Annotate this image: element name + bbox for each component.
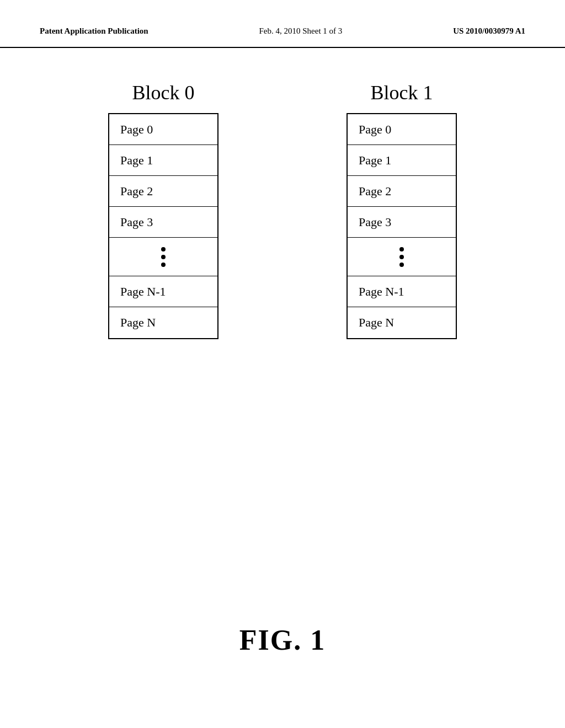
block-0-page-3: Page 3	[109, 207, 217, 238]
block-1-container: Block 1 Page 0 Page 1 Page 2 Page 3 Page…	[347, 81, 457, 339]
block-1-dots	[348, 238, 456, 276]
header-date-sheet: Feb. 4, 2010 Sheet 1 of 3	[259, 26, 343, 36]
page: Patent Application Publication Feb. 4, 2…	[0, 0, 565, 728]
dot-1	[161, 247, 166, 251]
dot-3	[161, 263, 166, 267]
dot-4	[399, 247, 404, 251]
block-1-page-n-minus-1: Page N-1	[348, 276, 456, 307]
main-content: Block 0 Page 0 Page 1 Page 2 Page 3 Page…	[0, 48, 565, 361]
block-1-table: Page 0 Page 1 Page 2 Page 3 Page N-1 Pag…	[347, 113, 457, 339]
block-1-page-3: Page 3	[348, 207, 456, 238]
block-0-page-2: Page 2	[109, 176, 217, 207]
dot-5	[399, 255, 404, 259]
block-0-table: Page 0 Page 1 Page 2 Page 3 Page N-1 Pag…	[108, 113, 218, 339]
block-0-title: Block 0	[132, 81, 195, 104]
block-1-page-2: Page 2	[348, 176, 456, 207]
block-0-dots	[109, 238, 217, 276]
dot-6	[399, 263, 404, 267]
block-1-page-1: Page 1	[348, 145, 456, 176]
block-0-page-n-minus-1: Page N-1	[109, 276, 217, 307]
block-0-page-1: Page 1	[109, 145, 217, 176]
header-patent-number: US 2010/0030979 A1	[453, 26, 525, 36]
block-0-container: Block 0 Page 0 Page 1 Page 2 Page 3 Page…	[108, 81, 218, 339]
block-0-page-0: Page 0	[109, 114, 217, 145]
figure-label: FIG. 1	[0, 624, 565, 656]
dot-2	[161, 255, 166, 259]
block-1-page-n: Page N	[348, 307, 456, 338]
header-publication-label: Patent Application Publication	[40, 26, 148, 36]
block-1-page-0: Page 0	[348, 114, 456, 145]
header: Patent Application Publication Feb. 4, 2…	[0, 0, 565, 48]
block-1-title: Block 1	[371, 81, 433, 104]
block-0-page-n: Page N	[109, 307, 217, 338]
